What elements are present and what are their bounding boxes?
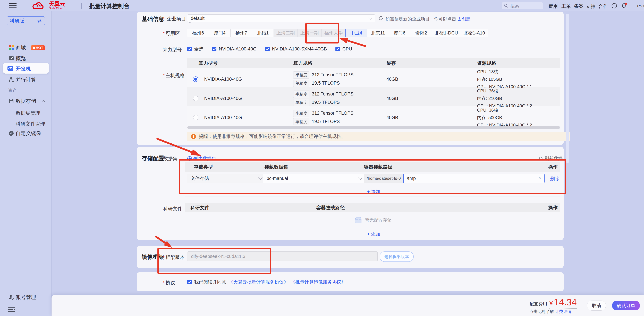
menu-toggle-icon[interactable] bbox=[9, 3, 17, 8]
price: ¥14.34 bbox=[550, 297, 577, 309]
agreement-link-image-service[interactable]: 《批量计算镜像服务协议》 bbox=[291, 279, 346, 285]
nav-tickets[interactable]: 工单 bbox=[561, 3, 571, 9]
host-spec-row[interactable]: NVIDIA-A100-40G 半精度312 Tensor TFLOPS 单精度… bbox=[187, 68, 560, 87]
az-option-selected[interactable]: 中卫4 bbox=[346, 29, 367, 37]
project-refresh-icon[interactable] bbox=[378, 16, 383, 21]
create-project-link[interactable]: 去创建 bbox=[457, 16, 470, 21]
az-option[interactable]: 厦门6 bbox=[389, 29, 410, 37]
nav-billing[interactable]: 费用 bbox=[548, 3, 558, 9]
vertical-scrollbar[interactable] bbox=[566, 13, 569, 163]
framework-version-input[interactable] bbox=[187, 252, 378, 261]
select-framework-button[interactable]: 选择框架版本 bbox=[380, 252, 414, 262]
header-divider bbox=[81, 3, 82, 9]
collapse-sidebar-icon[interactable] bbox=[8, 307, 15, 312]
brand-logo-icon bbox=[30, 1, 47, 10]
az-option[interactable]: 北碚1-A10 bbox=[461, 29, 488, 37]
az-option[interactable]: 贵阳2 bbox=[410, 29, 432, 37]
svg-text:?: ? bbox=[614, 4, 615, 8]
checkbox-icon bbox=[212, 47, 216, 51]
radio-unselected[interactable] bbox=[193, 115, 198, 120]
radio-unselected[interactable] bbox=[193, 96, 198, 101]
az-label: 可用区 bbox=[163, 30, 180, 37]
sidebar-section-assets: 资产 bbox=[8, 87, 17, 93]
username[interactable]: esx_d bbox=[637, 3, 644, 8]
dataset-label: 数据集 bbox=[163, 155, 178, 162]
billing-detail-link[interactable]: 计费详情 bbox=[555, 309, 572, 314]
agreement-link-batch-service[interactable]: 《天翼云批量计算服务协议》 bbox=[229, 279, 288, 285]
page-title: 批量计算控制台 bbox=[89, 2, 130, 10]
precision-badge: 单精度 bbox=[293, 118, 310, 125]
az-option[interactable]: 北碚1-DCU bbox=[432, 29, 461, 37]
create-dataset-link[interactable]: 创建数据集 bbox=[187, 155, 216, 162]
mount-path-input[interactable] bbox=[406, 176, 539, 181]
az-option-disabled: 福州大学 bbox=[322, 29, 346, 37]
az-option-disabled: 上海一期 bbox=[298, 29, 322, 37]
az-option[interactable]: 北碚1 bbox=[252, 29, 274, 37]
az-option[interactable]: 北京11 bbox=[367, 29, 389, 37]
checkbox-select-all[interactable]: 全选 bbox=[187, 46, 203, 52]
delete-row-link[interactable]: 删除 bbox=[550, 176, 559, 182]
cost-block: 配置费用 ¥14.34 点击此处了解 计费详情 bbox=[530, 297, 577, 314]
checkbox-a100-40g[interactable]: NVIDIA-A100-40G bbox=[212, 46, 256, 52]
host-spec-row[interactable]: NVIDIA-A100-40G 半精度312 Tensor TFLOPS 单精度… bbox=[187, 87, 560, 106]
az-option[interactable]: 扬州7 bbox=[230, 29, 252, 37]
nav-filing[interactable]: 备案 bbox=[574, 3, 584, 9]
radio-selected[interactable] bbox=[193, 76, 198, 82]
az-option[interactable]: 厦门4 bbox=[209, 29, 230, 37]
dataset-table: 存储类型 挂载数据集 容器挂载路径 操作 文件存储 bc-manual /hom… bbox=[185, 162, 560, 185]
sidebar-item-research-file-management[interactable]: 科研文件管理 bbox=[16, 121, 45, 127]
switch-version-icon bbox=[37, 19, 42, 23]
az-option[interactable]: 福州6 bbox=[187, 29, 209, 37]
search-input[interactable] bbox=[510, 3, 540, 9]
storage-type-select[interactable]: 文件存储 bbox=[187, 174, 266, 183]
checkbox-cpu[interactable]: CPU bbox=[336, 46, 352, 52]
agreement-checkbox[interactable] bbox=[187, 280, 192, 284]
sidebar-item-data-storage[interactable]: 数据存储 bbox=[0, 96, 52, 106]
cancel-button[interactable]: 取消 bbox=[587, 301, 606, 311]
nav-support[interactable]: 支持 bbox=[586, 3, 596, 9]
top-header: 天翼云 State Cloud 批量计算控制台 费用 工单 备案 支持 合作 ?… bbox=[0, 0, 644, 11]
path-prefix: /home/dataset-fs-0 bbox=[364, 174, 404, 183]
notification-bell-icon[interactable] bbox=[621, 2, 627, 9]
overview-chart-icon bbox=[8, 55, 14, 61]
checkbox-icon bbox=[187, 47, 192, 51]
divider bbox=[185, 197, 560, 197]
dataset-select[interactable]: bc-manual bbox=[263, 174, 365, 183]
sidebar-item-label: 数据存储 bbox=[16, 98, 36, 105]
compute-type-label: 算力型号 bbox=[163, 46, 182, 53]
sidebar-item-parallel-computing[interactable]: 并行计算 bbox=[0, 75, 52, 85]
add-research-file-link[interactable]: + 添加 bbox=[187, 231, 560, 237]
sidebar-item-mall[interactable]: 商城 HOT bbox=[0, 43, 52, 52]
add-dataset-link[interactable]: + 添加 bbox=[187, 189, 560, 195]
az-option-disabled: 上海二期 bbox=[274, 29, 298, 37]
sidebar-item-overview[interactable]: 概览 bbox=[0, 54, 52, 63]
help-icon[interactable]: ? bbox=[611, 3, 617, 9]
divider bbox=[185, 228, 560, 228]
host-spec-row[interactable]: NVIDIA-A100-40G 半精度312 Tensor TFLOPS 单精度… bbox=[187, 106, 560, 126]
checkbox-a100-sxm4[interactable]: NVIDIA-A100-SXM4-40GB bbox=[265, 46, 327, 52]
refresh-data-link[interactable]: 刷新数据 bbox=[533, 155, 563, 162]
clear-input-icon[interactable]: × bbox=[539, 176, 542, 181]
project-select-value: default bbox=[191, 16, 204, 21]
checkbox-icon bbox=[265, 47, 270, 51]
agreement-text: 我已阅读并同意 bbox=[194, 279, 226, 285]
sidebar-item-label: 概览 bbox=[16, 55, 26, 62]
precision-badge: 半精度 bbox=[293, 90, 310, 98]
horizontal-scrollbar[interactable] bbox=[187, 126, 560, 129]
project-select[interactable]: default bbox=[187, 14, 375, 22]
sidebar-item-custom-image[interactable]: 自定义镜像 bbox=[0, 129, 52, 138]
search-box[interactable] bbox=[502, 2, 543, 9]
agreement-row: 我已阅读并同意 《天翼云批量计算服务协议》 《批量计算镜像服务协议》 bbox=[187, 279, 346, 285]
section-title-storage: 存储配置 bbox=[142, 155, 164, 162]
confirm-order-button[interactable]: 确认订单 bbox=[612, 301, 640, 311]
dataset-value: bc-manual bbox=[266, 176, 288, 181]
sidebar-item-account-management[interactable]: 账号管理 bbox=[0, 293, 52, 302]
warning-icon: ! bbox=[191, 134, 196, 139]
sidebar-item-devmachine[interactable]: 开发机 bbox=[3, 63, 49, 73]
nav-cooperation[interactable]: 合作 bbox=[598, 3, 608, 9]
mount-path-group: /home/dataset-fs-0 × bbox=[364, 174, 544, 183]
agreement-label: 协议 bbox=[163, 280, 175, 286]
host-spec-label: 主机规格 bbox=[163, 72, 185, 79]
sidebar-item-dataset-management[interactable]: 数据集管理 bbox=[16, 110, 40, 117]
version-badge[interactable]: 科研版 bbox=[7, 16, 45, 25]
